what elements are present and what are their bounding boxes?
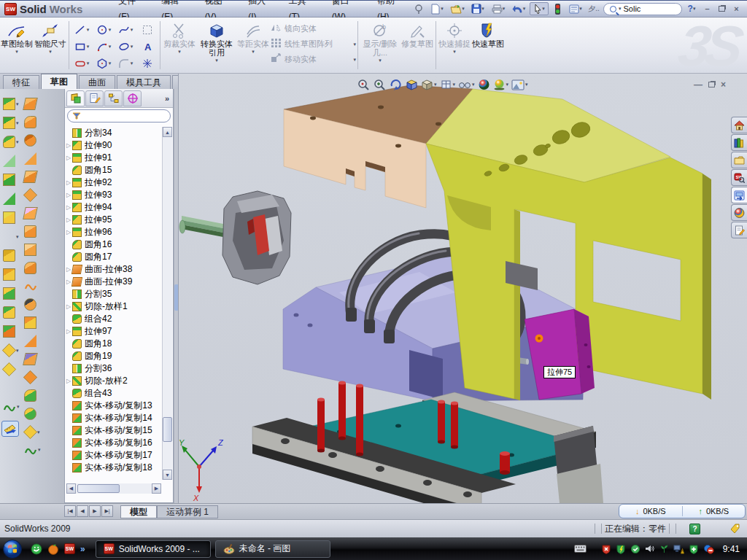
tray-shield-bolt-icon[interactable] (616, 544, 626, 554)
spline-tool-icon[interactable]: ▾ (115, 21, 136, 38)
task-pane-appearances[interactable] (731, 204, 747, 221)
options-icon[interactable]: ▾ (566, 2, 585, 15)
surfaces-tool-10-icon[interactable] (24, 262, 36, 274)
selection-box-icon[interactable] (136, 21, 158, 38)
task-pane-view-palette[interactable] (731, 187, 747, 203)
tab-configurationmanager[interactable] (104, 90, 123, 106)
model-clamp-part[interactable] (222, 191, 291, 284)
smart-dimension-button[interactable]: 智能尺寸▾ (34, 20, 67, 54)
polygon-tool-icon[interactable]: ▾ (93, 55, 115, 71)
surfaces-tool-19-icon[interactable]: ▾ (24, 426, 40, 438)
surfaces-tool-11-icon[interactable] (24, 280, 37, 292)
model-canvas[interactable]: Y Z X (179, 74, 747, 504)
surfaces-tool-15-icon[interactable] (24, 353, 36, 365)
surfaces-tool-8-icon[interactable] (24, 225, 36, 238)
tab-featuremanager[interactable] (66, 90, 85, 106)
tab-nav-0[interactable]: |◀ (64, 505, 76, 517)
rotate-view-icon[interactable] (389, 78, 403, 91)
model-green-rod[interactable] (179, 216, 227, 238)
hide-show-items-icon[interactable]: ▾ (457, 79, 476, 90)
tree-item-实体-移动/复制13[interactable]: 实体-移动/复制13 (65, 400, 163, 412)
expander-icon[interactable]: ▷ (65, 217, 72, 223)
surfaces-tool-5-icon[interactable] (24, 171, 36, 183)
rectangle-tool-icon[interactable]: ▾ (71, 38, 93, 55)
spline-surface-icon[interactable]: ▾ (24, 444, 41, 456)
doc-minimize-button[interactable]: — (694, 79, 703, 90)
surfaces-tool-18-icon[interactable] (24, 408, 36, 420)
move-copy-icon[interactable] (3, 325, 15, 338)
tree-item-分割34[interactable]: 分割34 (65, 127, 163, 139)
linear-pattern-icon[interactable]: ▾ (3, 230, 19, 243)
quick-snaps-button[interactable]: 快速捕捉▾ (438, 20, 471, 54)
sketch-fillet-icon[interactable]: ▾ (115, 55, 136, 71)
convert-entities-button[interactable]: 转换实体引用▾ (197, 20, 236, 63)
tree-item-切除-放样1[interactable]: ▷切除-放样1 (65, 300, 163, 313)
section-view-icon[interactable] (405, 78, 419, 91)
combine-icon[interactable] (3, 306, 15, 319)
realview-icon[interactable] (477, 78, 491, 91)
features-tool-10-icon[interactable] (3, 268, 15, 281)
circle-tool-icon[interactable]: ▾ (93, 21, 115, 38)
surfaces-tool-6-icon[interactable] (24, 189, 36, 201)
graphics-viewport[interactable]: Y Z X ▾▾▾▾▾ — × SW 拉伸75 (178, 74, 747, 504)
taskbar-button-SolidWorks 2009 - ...[interactable]: SWSolidWorks 2009 - ... (96, 540, 211, 558)
tree-item-拉伸92[interactable]: ▷拉伸92 (65, 176, 163, 189)
features-tool-15-icon[interactable] (3, 363, 15, 376)
expander-icon[interactable]: ▷ (65, 229, 72, 236)
surfaces-tool-7-icon[interactable] (24, 207, 36, 219)
task-pane-search[interactable]: SW (731, 169, 747, 186)
tree-item-实体-移动/复制14[interactable]: 实体-移动/复制14 (65, 412, 163, 424)
tray-update-icon[interactable] (630, 544, 640, 554)
move-entities-button[interactable]: 移动实体▾ (270, 53, 356, 66)
display-style-icon[interactable]: ▾ (420, 78, 438, 91)
doc-restore-button[interactable] (708, 79, 715, 90)
tree-item-实体-移动/复制15[interactable]: 实体-移动/复制15 (65, 424, 163, 437)
measure-tool-icon[interactable] (1, 421, 19, 437)
scroll-down-button[interactable]: ▼ (163, 470, 172, 480)
command-tab-特征[interactable]: 特征 (3, 75, 39, 89)
traffic-light-icon[interactable] (550, 2, 565, 15)
tree-item-拉伸96[interactable]: ▷拉伸96 (65, 226, 163, 238)
tray-volume-icon[interactable] (645, 544, 655, 553)
slot-tool-icon[interactable]: ▾ (71, 55, 93, 71)
tray-shield-x-icon[interactable] (601, 544, 611, 554)
tree-item-实体-移动/复制17[interactable]: 实体-移动/复制17 (65, 449, 163, 462)
features-fillet-icon[interactable]: ▾ (3, 136, 19, 148)
features-tool-9-icon[interactable] (3, 249, 15, 262)
trim-entities-button[interactable]: 剪裁实体▾ (162, 20, 197, 54)
tree-item-圆角15[interactable]: 圆角15 (65, 164, 163, 176)
features-tool-5-icon[interactable] (3, 174, 15, 186)
tree-item-拉伸91[interactable]: ▷拉伸91 (65, 152, 163, 164)
features-tool-2-icon[interactable]: ▾ (3, 117, 19, 129)
offset-entities-button[interactable]: 等距实体▾ (236, 20, 270, 54)
tree-vertical-scrollbar[interactable]: ▲ ▼ (162, 127, 172, 480)
zoom-fit-icon[interactable] (357, 78, 371, 91)
quick-tips-button[interactable]: ? (689, 524, 700, 534)
model-base-assembly[interactable] (252, 392, 603, 504)
start-button[interactable] (0, 538, 25, 560)
expander-icon[interactable]: ▷ (65, 328, 72, 335)
expander-icon[interactable]: ▷ (65, 378, 72, 384)
features-tool-16-icon[interactable] (3, 382, 15, 394)
tree-filter-input[interactable] (67, 109, 171, 122)
repair-sketch-button[interactable]: 修复草图 (400, 20, 434, 48)
command-tab-模具工具[interactable]: 模具工具 (117, 75, 171, 89)
scroll-thumb[interactable] (163, 417, 172, 442)
tab-dimxpertmanager[interactable] (123, 90, 142, 106)
arc-tool-icon[interactable]: ▾ (93, 38, 115, 55)
tray-sync-icon[interactable] (703, 544, 714, 554)
tray-network-warning-icon[interactable]: ! (673, 544, 684, 554)
tree-item-圆角17[interactable]: 圆角17 (65, 251, 163, 263)
tree-item-拉伸97[interactable]: ▷拉伸97 (65, 325, 163, 338)
tree-item-实体-移动/复制16[interactable]: 实体-移动/复制16 (65, 437, 163, 449)
quick-launch-solidworks-icon[interactable]: SW (64, 543, 75, 554)
tree-item-拉伸95[interactable]: ▷拉伸95 (65, 214, 163, 226)
new-document-icon[interactable]: ▾ (427, 2, 446, 15)
save-icon[interactable]: ▾ (468, 2, 487, 15)
rapid-sketch-button[interactable]: 快速草图 (471, 20, 505, 48)
features-tool-14-icon[interactable]: ▾ (3, 344, 19, 357)
command-tab-草图[interactable]: 草图 (41, 74, 77, 89)
tab-model[interactable]: 模型 (120, 505, 157, 518)
quick-launch-sphere-icon[interactable] (47, 543, 59, 555)
task-pane-file-explorer[interactable] (731, 152, 747, 168)
